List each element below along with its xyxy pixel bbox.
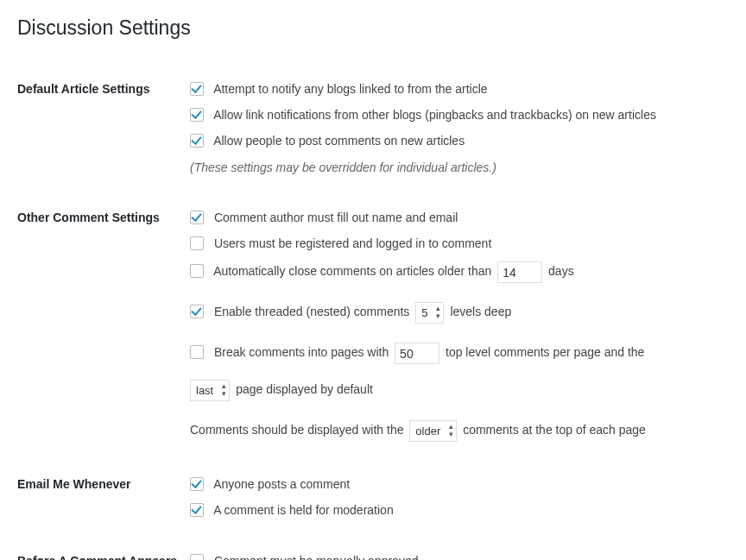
option-require-registered[interactable]: Users must be registered and logged in t… bbox=[190, 236, 720, 251]
checkbox-allow-pingbacks[interactable] bbox=[190, 108, 204, 122]
option-notify-blogs[interactable]: Attempt to notify any blogs linked to fr… bbox=[190, 81, 720, 97]
checkbox-threaded[interactable] bbox=[190, 305, 204, 318]
section-heading-before-appears: Before A Comment Appears bbox=[17, 536, 190, 561]
option-label: days bbox=[548, 264, 574, 278]
comments-per-page-input[interactable] bbox=[395, 343, 439, 364]
select-value: 5 bbox=[421, 306, 427, 319]
section-heading-other-comments: Other Comment Settings bbox=[17, 192, 190, 459]
option-label: A comment is held for moderation bbox=[213, 503, 394, 517]
comment-order-select[interactable]: older ▴▾ bbox=[409, 420, 457, 442]
page-title: Discussion Settings bbox=[17, 9, 729, 43]
option-require-name-email[interactable]: Comment author must fill out name and em… bbox=[190, 210, 720, 225]
option-label: Anyone posts a comment bbox=[213, 477, 350, 491]
option-paged: Break comments into pages with top level… bbox=[190, 343, 720, 401]
option-label: Comments should be displayed with the bbox=[190, 423, 403, 437]
checkbox-auto-close[interactable] bbox=[190, 264, 204, 278]
default-page-select[interactable]: last ▴▾ bbox=[190, 380, 230, 401]
checkbox-email-held-moderation[interactable] bbox=[190, 503, 204, 517]
select-arrows-icon: ▴▾ bbox=[449, 423, 453, 438]
option-threaded: Enable threaded (nested) comments 5 ▴▾ l… bbox=[190, 302, 720, 324]
option-allow-comments[interactable]: Allow people to post comments on new art… bbox=[190, 133, 720, 148]
option-label: Automatically close comments on articles… bbox=[213, 264, 491, 278]
option-comment-order: Comments should be displayed with the ol… bbox=[190, 420, 720, 442]
option-auto-close: Automatically close comments on articles… bbox=[190, 261, 720, 283]
select-value: last bbox=[196, 384, 213, 397]
option-manual-approve[interactable]: Comment must be manually approved bbox=[190, 553, 720, 561]
option-label: page displayed by default bbox=[236, 382, 373, 396]
option-label: Users must be registered and logged in t… bbox=[214, 236, 491, 250]
option-email-anyone-posts[interactable]: Anyone posts a comment bbox=[190, 476, 720, 492]
select-arrows-icon: ▴▾ bbox=[222, 382, 226, 398]
select-arrows-icon: ▴▾ bbox=[436, 305, 440, 320]
option-label: Allow people to post comments on new art… bbox=[213, 134, 465, 148]
default-article-note: (These settings may be overridden for in… bbox=[190, 160, 720, 175]
threaded-levels-select[interactable]: 5 ▴▾ bbox=[415, 302, 444, 324]
checkbox-require-registered[interactable] bbox=[190, 236, 204, 250]
checkbox-notify-blogs[interactable] bbox=[190, 82, 204, 96]
section-heading-label: Other Comment Settings bbox=[17, 211, 160, 224]
checkbox-email-anyone-posts[interactable] bbox=[190, 477, 204, 491]
select-value: older bbox=[415, 425, 440, 437]
option-allow-pingbacks[interactable]: Allow link notifications from other blog… bbox=[190, 107, 720, 123]
settings-table: Default Article Settings Attempt to noti… bbox=[17, 64, 729, 560]
checkbox-manual-approve[interactable] bbox=[190, 554, 204, 561]
auto-close-days-input[interactable] bbox=[497, 261, 542, 283]
option-email-held-moderation[interactable]: A comment is held for moderation bbox=[190, 502, 720, 518]
checkbox-paged[interactable] bbox=[190, 345, 204, 359]
option-label: top level comments per page and the bbox=[446, 345, 644, 359]
section-heading-label: Default Article Settings bbox=[17, 82, 150, 96]
section-heading-default-article: Default Article Settings bbox=[17, 64, 190, 192]
option-label: Allow link notifications from other blog… bbox=[213, 108, 656, 122]
option-label: comments at the top of each page bbox=[463, 423, 646, 437]
section-heading-email-me: Email Me Whenever bbox=[17, 459, 190, 535]
option-label: levels deep bbox=[450, 305, 511, 318]
checkbox-require-name-email[interactable] bbox=[190, 211, 204, 224]
section-heading-label: Before A Comment Appears bbox=[17, 554, 177, 561]
option-label: Comment must be manually approved bbox=[214, 554, 419, 561]
section-heading-label: Email Me Whenever bbox=[17, 477, 131, 491]
option-label: Enable threaded (nested) comments bbox=[214, 305, 409, 318]
option-label: Comment author must fill out name and em… bbox=[214, 211, 458, 224]
checkbox-allow-comments[interactable] bbox=[190, 134, 204, 148]
option-label: Break comments into pages with bbox=[214, 345, 389, 359]
option-label: Attempt to notify any blogs linked to fr… bbox=[213, 82, 488, 96]
